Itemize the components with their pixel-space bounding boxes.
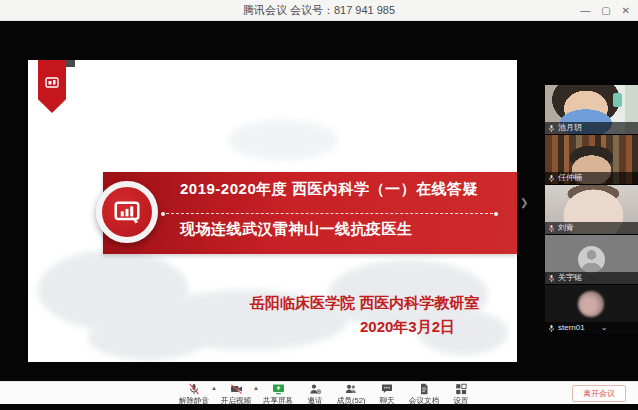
participant-name-bar: 池月玥 bbox=[545, 122, 638, 134]
banner-dotted-divider bbox=[166, 213, 493, 214]
ribbon-logo-icon bbox=[45, 77, 59, 88]
toolbar-label: 开启视频 bbox=[221, 395, 251, 405]
meeting-toolbar: ▲ 解除静音 ▲ bbox=[0, 381, 638, 404]
slide-title-line2: 现场连线武汉雷神山一线抗疫医生 bbox=[180, 220, 413, 239]
toolbar-label: 聊天 bbox=[380, 395, 395, 405]
participant-video[interactable]: stern01 ⌄ bbox=[545, 285, 638, 335]
window-title: 腾讯会议 会议号：817 941 985 bbox=[0, 0, 638, 21]
presentation-chart-icon bbox=[112, 197, 142, 227]
meeting-docs-button[interactable]: 会议文档 bbox=[408, 383, 440, 406]
start-video-button[interactable]: ▲ 开启视频 bbox=[220, 383, 252, 406]
participant-name-bar: 关宇铭 bbox=[545, 272, 638, 284]
slide-organization-text: 岳阳临床医学院 西医内科学教研室 bbox=[250, 294, 479, 313]
toolbar-label: 解除静音 bbox=[179, 395, 209, 405]
slide-title-line1: 2019-2020年度 西医内科学（一）在线答疑 bbox=[180, 180, 478, 199]
toolbar-label: 会议文档 bbox=[409, 395, 439, 405]
participant-name-bar: stern01 ⌄ bbox=[545, 322, 638, 334]
participant-video[interactable]: 刘青 bbox=[545, 185, 638, 235]
maximize-button[interactable]: ▢ bbox=[601, 6, 610, 16]
map-decoration bbox=[228, 120, 338, 160]
participant-name: stern01 bbox=[558, 322, 585, 334]
sidebar-collapse-chevron-icon[interactable]: ❯ bbox=[520, 197, 528, 208]
camera-off-icon bbox=[230, 383, 243, 395]
window-controls: — ▢ ✕ bbox=[580, 0, 630, 21]
ribbon-bookmark-icon bbox=[38, 60, 66, 113]
chat-bubble-icon bbox=[381, 383, 393, 395]
invite-button[interactable]: 邀请 bbox=[304, 383, 326, 406]
participant-name: 刘青 bbox=[558, 222, 574, 234]
chevron-down-icon[interactable]: ⌄ bbox=[601, 323, 608, 333]
toolbar-label: 邀请 bbox=[307, 395, 322, 405]
minimize-button[interactable]: — bbox=[580, 6, 590, 16]
members-icon bbox=[345, 383, 357, 395]
leave-meeting-button[interactable]: 离开会议 bbox=[572, 385, 626, 402]
participant-video[interactable]: 池月玥 bbox=[545, 85, 638, 135]
share-screen-icon bbox=[272, 383, 285, 395]
slide-logo-badge bbox=[96, 181, 158, 243]
mic-muted-icon bbox=[188, 383, 200, 395]
mic-icon bbox=[548, 174, 555, 183]
chat-button[interactable]: 聊天 bbox=[376, 383, 398, 406]
meeting-content-area: 2019-2020年度 西医内科学（一）在线答疑 现场连线武汉雷神山一线抗疫医生… bbox=[0, 21, 638, 410]
mic-muted-icon bbox=[548, 224, 555, 233]
participant-name-bar: 刘青 bbox=[545, 222, 638, 234]
mic-device-caret-icon[interactable]: ▲ bbox=[211, 385, 217, 391]
map-decoration bbox=[88, 315, 208, 360]
document-icon bbox=[418, 383, 430, 395]
shared-screen-slide: 2019-2020年度 西医内科学（一）在线答疑 现场连线武汉雷神山一线抗疫医生… bbox=[28, 60, 517, 362]
participant-video-list: 池月玥 任仲楠 bbox=[545, 85, 638, 335]
slide-date-text: 2020年3月2日 bbox=[360, 318, 455, 337]
settings-button[interactable]: 设置 bbox=[450, 383, 472, 406]
members-button[interactable]: 成员(52) bbox=[336, 383, 366, 406]
toolbar-label: 成员(52) bbox=[337, 395, 366, 405]
participant-video[interactable]: 任仲楠 bbox=[545, 135, 638, 185]
tencent-meeting-window: 腾讯会议 会议号：817 941 985 — ▢ ✕ bbox=[0, 0, 638, 410]
toolbar-label: 共享屏幕 bbox=[263, 395, 293, 405]
window-titlebar: 腾讯会议 会议号：817 941 985 — ▢ ✕ bbox=[0, 0, 638, 21]
participant-name: 关宇铭 bbox=[558, 272, 582, 284]
share-screen-button[interactable]: 共享屏幕 bbox=[262, 383, 294, 406]
participant-video[interactable]: 关宇铭 bbox=[545, 235, 638, 285]
mic-icon bbox=[548, 324, 555, 333]
ribbon-fold-tab bbox=[65, 60, 75, 67]
invite-person-icon bbox=[309, 383, 321, 395]
camera-device-caret-icon[interactable]: ▲ bbox=[253, 385, 259, 391]
participant-name: 池月玥 bbox=[558, 122, 582, 134]
settings-grid-icon bbox=[455, 383, 467, 395]
participant-name: 任仲楠 bbox=[558, 172, 582, 184]
toolbar-label: 设置 bbox=[454, 395, 469, 405]
mic-icon bbox=[548, 124, 555, 133]
toolbar-button-group: ▲ 解除静音 ▲ bbox=[178, 383, 472, 406]
mic-muted-icon bbox=[548, 274, 555, 283]
slide-title-banner: 2019-2020年度 西医内科学（一）在线答疑 现场连线武汉雷神山一线抗疫医生 bbox=[103, 172, 517, 254]
participant-name-bar: 任仲楠 bbox=[545, 172, 638, 184]
unmute-button[interactable]: ▲ 解除静音 bbox=[178, 383, 210, 406]
close-button[interactable]: ✕ bbox=[622, 6, 630, 16]
